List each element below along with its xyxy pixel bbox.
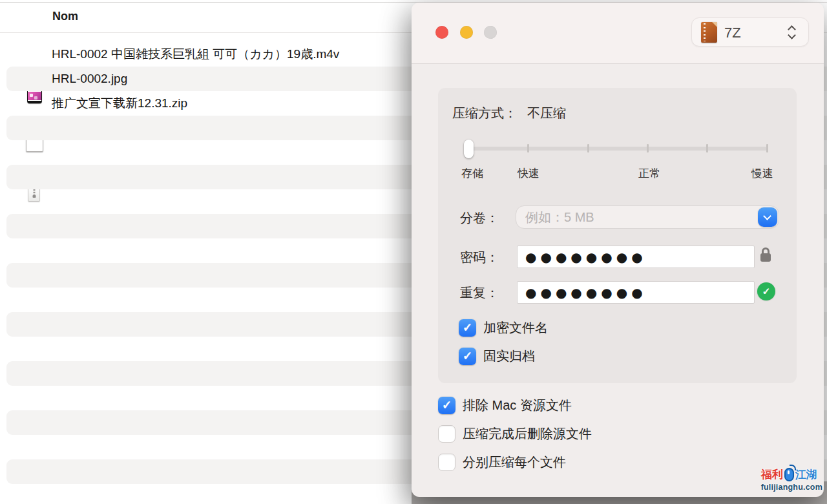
zoom-button-disabled bbox=[484, 26, 497, 39]
slider-tick bbox=[527, 144, 529, 152]
dialog-titlebar: 7Z bbox=[412, 3, 824, 64]
compression-dialog: 7Z 压缩方式：不压缩 存储 快速 正常 慢速 分卷： 密码： 重复： bbox=[412, 3, 824, 497]
compress-separately-checkbox[interactable] bbox=[438, 454, 455, 471]
compression-method-label: 压缩方式： bbox=[452, 106, 517, 120]
mouse-icon bbox=[784, 468, 794, 481]
password-match-icon: ✓ bbox=[757, 282, 775, 300]
encrypt-filenames-checkbox[interactable]: ✓ bbox=[459, 319, 476, 337]
slider-label-slow: 慢速 bbox=[751, 166, 773, 181]
file-name: HRL-0002 中国雑技系巨乳組 可可（カカ）19歳.m4v bbox=[52, 42, 339, 67]
solid-archive-checkbox[interactable]: ✓ bbox=[459, 348, 476, 365]
compress-separately-label: 分别压缩每个文件 bbox=[463, 454, 566, 471]
slider-tick bbox=[647, 144, 649, 152]
watermark-text-right: 江湖 bbox=[795, 467, 817, 482]
column-header-name[interactable]: Nom bbox=[52, 10, 78, 23]
file-name: HRL-0002.jpg bbox=[52, 67, 127, 91]
image-file-icon bbox=[26, 138, 43, 152]
compression-method-line: 压缩方式：不压缩 bbox=[452, 105, 566, 122]
slider-label-fast: 快速 bbox=[518, 166, 539, 181]
settings-panel: 压缩方式：不压缩 存储 快速 正常 慢速 分卷： 密码： 重复： ✓ ✓ 加密文… bbox=[438, 88, 797, 383]
slider-thumb[interactable] bbox=[464, 140, 474, 158]
slider-tick bbox=[766, 144, 768, 152]
watermark: 福利 江湖 fulijianghu.com bbox=[761, 467, 822, 492]
7z-archive-icon bbox=[701, 22, 717, 43]
split-volume-label: 分卷： bbox=[460, 209, 499, 227]
close-button[interactable] bbox=[435, 26, 448, 39]
delete-source-after-checkbox[interactable] bbox=[438, 425, 455, 443]
repeat-password-input[interactable] bbox=[517, 281, 755, 304]
compression-slider[interactable] bbox=[468, 147, 767, 151]
format-selector[interactable]: 7Z bbox=[691, 17, 809, 47]
split-volume-dropdown-button[interactable] bbox=[758, 207, 777, 227]
split-volume-input[interactable] bbox=[516, 205, 779, 229]
format-value: 7Z bbox=[724, 18, 741, 47]
lock-icon bbox=[760, 247, 771, 262]
exclude-mac-resources-checkbox[interactable]: ✓ bbox=[438, 397, 455, 414]
slider-tick bbox=[587, 144, 589, 152]
file-name: 推广文宣下载新12.31.zip bbox=[52, 91, 187, 116]
solid-archive-label: 固实归档 bbox=[483, 348, 535, 365]
stepper-chevrons-icon bbox=[788, 26, 797, 40]
chevron-down-icon bbox=[763, 212, 771, 220]
watermark-text-left: 福利 bbox=[761, 467, 783, 482]
password-label: 密码： bbox=[460, 249, 499, 266]
slider-label-store: 存储 bbox=[461, 166, 483, 181]
repeat-password-label: 重复： bbox=[460, 284, 499, 302]
exclude-mac-resources-label: 排除 Mac 资源文件 bbox=[463, 397, 572, 414]
encrypt-filenames-label: 加密文件名 bbox=[483, 319, 548, 337]
slider-label-normal: 正常 bbox=[638, 166, 660, 181]
password-input[interactable] bbox=[517, 246, 755, 268]
minimize-button[interactable] bbox=[460, 26, 473, 39]
watermark-url: fulijianghu.com bbox=[761, 483, 822, 492]
compression-method-value: 不压缩 bbox=[527, 106, 566, 120]
slider-tick bbox=[706, 144, 708, 152]
delete-source-after-label: 压缩完成后删除源文件 bbox=[463, 425, 592, 443]
